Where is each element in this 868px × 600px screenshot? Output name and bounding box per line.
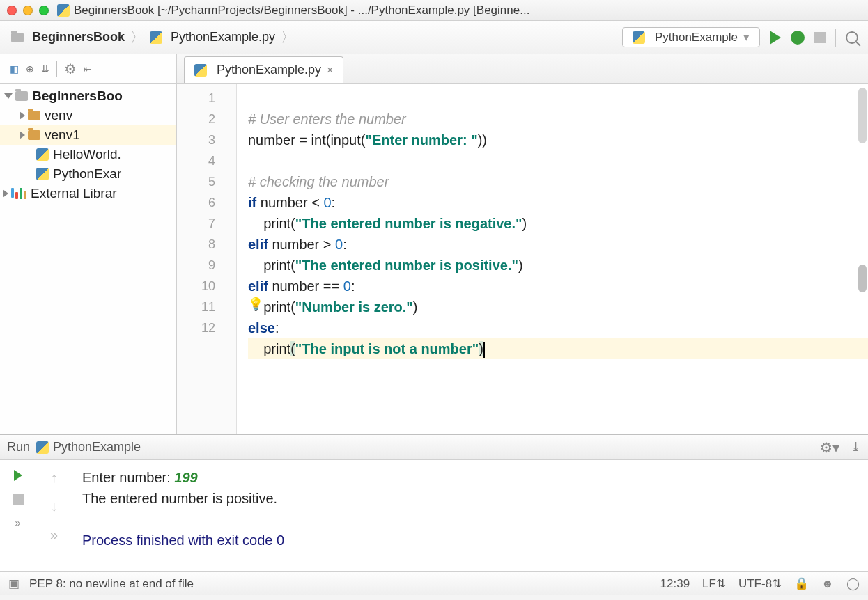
folder-icon xyxy=(11,33,24,42)
editor-tabbar: PythonExample.py × xyxy=(177,54,868,84)
gear-icon[interactable]: ⚙▾ xyxy=(820,439,839,456)
run-panel: Run PythonExample ⚙▾ ⤓ » ↑ ↓ » Enter num… xyxy=(0,434,868,571)
python-file-icon xyxy=(150,31,162,44)
stop-button[interactable] xyxy=(13,494,24,505)
scrollbar-thumb[interactable] xyxy=(858,88,867,143)
breadcrumb-project[interactable]: BeginnersBook xyxy=(7,30,129,45)
tree-external-libs[interactable]: External Librar xyxy=(0,184,176,203)
stop-button[interactable] xyxy=(814,32,826,43)
up-icon[interactable]: ↑ xyxy=(51,470,58,486)
project-sidebar: ◧ ⊕ ⇊ ⚙ ⇤ BeginnersBoo venv venv1 xyxy=(0,54,177,434)
breadcrumb-file[interactable]: PythonExample.py xyxy=(146,30,279,45)
code-area[interactable]: 123456789101112 # User enters the number… xyxy=(177,84,868,434)
lock-icon[interactable]: 🔒 xyxy=(794,576,809,591)
run-config-name: PythonExample xyxy=(53,440,141,455)
app-doc-icon xyxy=(57,4,70,17)
tree-item-label: External Librar xyxy=(31,186,117,201)
run-config-selector[interactable]: PythonExample ▾ xyxy=(622,27,760,47)
tree-item-label: venv1 xyxy=(45,127,80,143)
close-window-icon[interactable] xyxy=(7,6,17,15)
folder-icon xyxy=(28,130,40,140)
console-exit: Process finished with exit code 0 xyxy=(82,530,858,551)
tree-venv1[interactable]: venv1 xyxy=(0,125,176,145)
hide-icon[interactable]: ⇤ xyxy=(84,63,92,74)
line-separator[interactable]: LF⇅ xyxy=(702,576,726,591)
scrollbar-thumb[interactable] xyxy=(858,265,867,292)
run-panel-header: Run PythonExample ⚙▾ ⤓ xyxy=(0,435,868,460)
tree-root-label: BeginnersBoo xyxy=(32,88,123,104)
dropdown-icon: ▾ xyxy=(743,30,750,45)
tool-window-icon[interactable]: ▣ xyxy=(8,576,20,591)
folder-icon xyxy=(15,91,28,101)
gear-icon[interactable]: ⚙ xyxy=(64,61,77,77)
run-button[interactable] xyxy=(770,31,781,45)
breadcrumb-file-label: PythonExample.py xyxy=(171,30,275,45)
tree-item-label: PythonExar xyxy=(53,166,121,182)
hector-icon[interactable]: ☻ xyxy=(821,577,834,591)
status-message: PEP 8: no newline at end of file xyxy=(29,577,194,591)
project-tree[interactable]: BeginnersBoo venv venv1 HelloWorld. Pyth… xyxy=(0,84,176,203)
minimize-window-icon[interactable] xyxy=(23,6,33,15)
python-file-icon xyxy=(194,64,207,77)
tree-item-label: HelloWorld. xyxy=(53,147,121,162)
cursor-position[interactable]: 12:39 xyxy=(660,577,690,591)
editor-tab-active[interactable]: PythonExample.py × xyxy=(184,56,343,83)
zoom-window-icon[interactable] xyxy=(39,6,49,15)
more-icon[interactable]: » xyxy=(50,527,58,543)
editor: PythonExample.py × 123456789101112 # Use… xyxy=(177,54,868,434)
more-icon[interactable]: » xyxy=(15,517,21,528)
expand-icon[interactable]: ⊕ xyxy=(26,63,34,74)
separator xyxy=(835,29,836,47)
python-icon xyxy=(633,31,645,44)
run-config-name: PythonExample xyxy=(655,31,738,45)
collapse-icon[interactable]: ⇊ xyxy=(41,63,49,74)
down-icon[interactable]: ↓ xyxy=(51,498,58,514)
python-file-icon xyxy=(36,148,49,161)
tree-item-label: venv xyxy=(45,108,72,123)
feedback-icon[interactable]: ◯ xyxy=(846,576,860,591)
python-icon xyxy=(36,441,49,454)
tree-hello[interactable]: HelloWorld. xyxy=(0,145,176,164)
console-line: The entered number is positive. xyxy=(82,488,858,509)
libraries-icon xyxy=(11,188,26,199)
tree-venv[interactable]: venv xyxy=(0,106,176,125)
run-controls-nav: ↑ ↓ » xyxy=(36,460,72,571)
status-bar: ▣ PEP 8: no newline at end of file 12:39… xyxy=(0,571,868,595)
console-user-input: 199 xyxy=(174,470,197,485)
tree-root[interactable]: BeginnersBoo xyxy=(0,86,176,106)
folder-icon xyxy=(28,111,40,120)
tree-pyexample[interactable]: PythonExar xyxy=(0,164,176,184)
navbar: BeginnersBook 〉 PythonExample.py 〉 Pytho… xyxy=(0,21,868,54)
window-title: BeginnersBook [~/PycharmProjects/Beginne… xyxy=(74,3,861,17)
debug-button[interactable] xyxy=(791,31,805,45)
search-icon[interactable] xyxy=(846,31,858,44)
lightbulb-icon[interactable]: 💡 xyxy=(248,294,263,315)
locate-icon[interactable]: ◧ xyxy=(10,63,19,74)
gutter: 123456789101112 xyxy=(177,84,237,434)
chevron-right-icon: 〉 xyxy=(281,28,295,47)
code-content[interactable]: # User enters the number number = int(in… xyxy=(237,84,868,434)
editor-tab-label: PythonExample.py xyxy=(217,63,321,77)
close-icon[interactable]: × xyxy=(327,64,333,77)
main-split: ◧ ⊕ ⇊ ⚙ ⇤ BeginnersBoo venv venv1 xyxy=(0,54,868,434)
sidebar-toolbar: ◧ ⊕ ⇊ ⚙ ⇤ xyxy=(0,54,176,84)
run-label: Run xyxy=(7,440,30,455)
traffic-lights xyxy=(7,6,49,15)
download-icon[interactable]: ⤓ xyxy=(851,439,861,456)
console-output[interactable]: Enter number: 199 The entered number is … xyxy=(72,460,868,571)
run-panel-body: » ↑ ↓ » Enter number: 199 The entered nu… xyxy=(0,460,868,571)
rerun-button[interactable] xyxy=(14,470,22,481)
file-encoding[interactable]: UTF-8⇅ xyxy=(738,576,782,591)
chevron-right-icon: 〉 xyxy=(130,28,144,47)
console-prompt: Enter number: xyxy=(82,470,174,485)
breadcrumb-project-label: BeginnersBook xyxy=(32,30,125,45)
run-controls-left: » xyxy=(0,460,36,571)
python-file-icon xyxy=(36,168,49,180)
titlebar: BeginnersBook [~/PycharmProjects/Beginne… xyxy=(0,0,868,21)
